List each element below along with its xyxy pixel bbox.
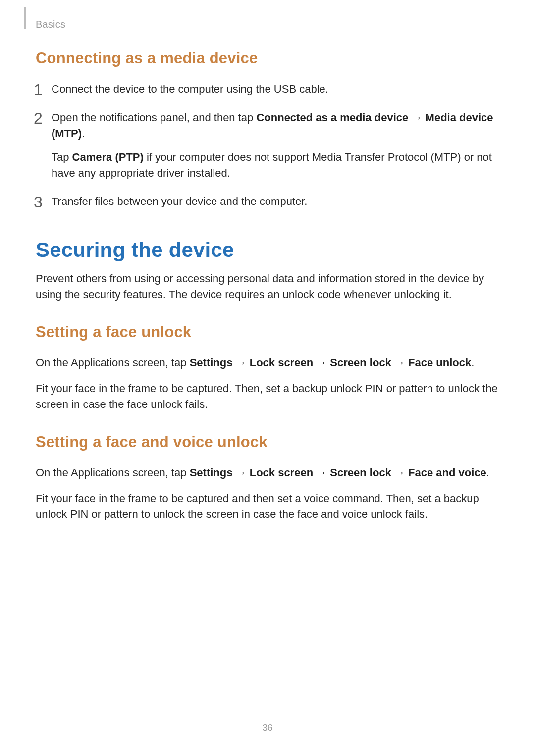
- face-voice-desc: Fit your face in the frame to be capture…: [36, 491, 499, 522]
- securing-intro: Prevent others from using or accessing p…: [36, 271, 499, 302]
- face-voice-b1: Settings: [190, 466, 233, 479]
- face-voice-b3: Screen lock: [330, 466, 391, 479]
- face-voice-path: On the Applications screen, tap Settings…: [36, 465, 499, 481]
- face-unlock-pre: On the Applications screen, tap: [36, 356, 190, 369]
- arrow-icon: →: [236, 465, 247, 481]
- face-voice-pre: On the Applications screen, tap: [36, 466, 190, 479]
- step-2: Open the notifications panel, and then t…: [36, 110, 499, 181]
- heading-securing: Securing the device: [36, 238, 499, 262]
- step-2-sub: Tap Camera (PTP) if your computer does n…: [52, 150, 499, 181]
- page-number: 36: [0, 722, 535, 733]
- breadcrumb: Basics: [36, 19, 65, 30]
- step-2-text: Open the notifications panel, and then t…: [52, 111, 493, 140]
- step-2-pre: Open the notifications panel, and then t…: [52, 111, 256, 124]
- heading-face-voice-unlock: Setting a face and voice unlock: [36, 433, 499, 451]
- face-unlock-b3: Screen lock: [330, 356, 391, 369]
- step-1: Connect the device to the computer using…: [36, 81, 499, 97]
- face-voice-b2: Lock screen: [250, 466, 313, 479]
- content: Connecting as a media device Connect the…: [36, 50, 499, 532]
- step-2-sub-pre: Tap: [52, 151, 72, 163]
- step-2-sub-bold: Camera (PTP): [72, 151, 144, 163]
- page: Basics Connecting as a media device Conn…: [0, 0, 535, 756]
- arrow-icon: →: [316, 355, 327, 371]
- arrow-icon: →: [316, 465, 327, 481]
- face-voice-b4: Face and voice: [408, 466, 486, 479]
- step-3: Transfer files between your device and t…: [36, 194, 499, 209]
- step-3-text: Transfer files between your device and t…: [52, 195, 307, 207]
- arrow-icon: →: [394, 465, 405, 481]
- step-1-text: Connect the device to the computer using…: [52, 83, 328, 95]
- face-unlock-path: On the Applications screen, tap Settings…: [36, 355, 499, 371]
- face-unlock-desc: Fit your face in the frame to be capture…: [36, 381, 499, 412]
- steps-list: Connect the device to the computer using…: [36, 81, 499, 209]
- arrow-icon: →: [411, 110, 422, 126]
- arrow-icon: →: [236, 355, 247, 371]
- step-2-post: .: [82, 127, 85, 140]
- arrow-icon: →: [394, 355, 405, 371]
- header-rule: [24, 7, 26, 29]
- face-unlock-b2: Lock screen: [250, 356, 313, 369]
- heading-connecting: Connecting as a media device: [36, 50, 499, 67]
- face-unlock-b1: Settings: [190, 356, 233, 369]
- step-2-bold-1: Connected as a media device: [256, 111, 408, 124]
- face-unlock-post: .: [471, 356, 474, 369]
- heading-face-unlock: Setting a face unlock: [36, 323, 499, 341]
- face-voice-post: .: [486, 466, 489, 479]
- face-unlock-b4: Face unlock: [408, 356, 471, 369]
